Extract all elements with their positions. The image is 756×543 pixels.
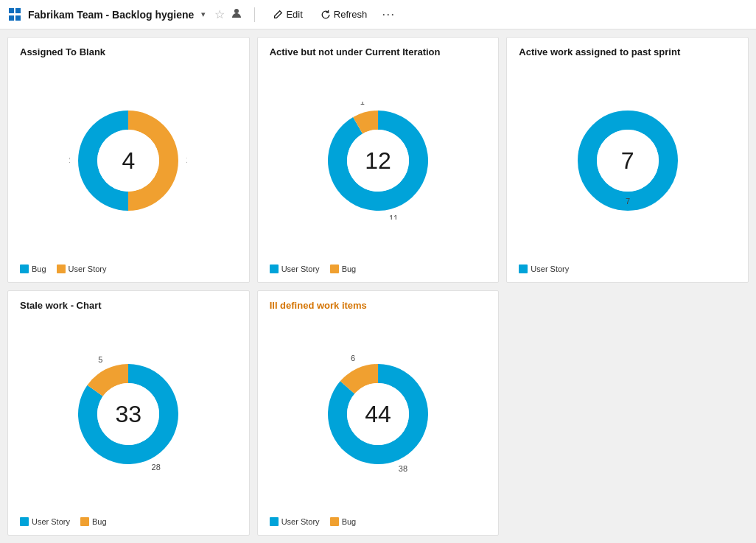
grid-icon (9, 8, 22, 21)
legend-label: User Story (69, 265, 107, 273)
card-ill-defined: Ill defined work items 386 44 User Story… (257, 290, 500, 536)
svg-text:11: 11 (389, 214, 398, 220)
legend-item: Bug (20, 265, 46, 273)
legend-label: Bug (92, 517, 107, 526)
separator (254, 7, 255, 22)
legend-label: Bug (342, 517, 357, 526)
empty-card (506, 290, 749, 536)
legend-color (57, 265, 66, 273)
card-stale-work: Stale work - Chart 285 33 User StoryBug (7, 290, 250, 536)
legend-color (20, 517, 29, 526)
legend-label: User Story (281, 265, 320, 273)
svg-text:28: 28 (152, 462, 161, 471)
card-title-active-past-sprint: Active work assigned to past sprint (519, 46, 736, 57)
legend-label: User Story (281, 517, 320, 526)
legend-assigned-to-blank: BugUser Story (20, 265, 237, 273)
legend-color (20, 265, 29, 273)
donut-stale-work[interactable]: 285 33 (69, 355, 187, 473)
legend-item: Bug (330, 265, 357, 273)
legend-item: Bug (330, 517, 357, 526)
legend-item: User Story (270, 265, 320, 273)
card-title-assigned-to-blank: Assigned To Blank (20, 46, 237, 57)
donut-total-stale-work: 33 (116, 400, 142, 427)
card-active-not-current: Active but not under Current Iteration 1… (257, 37, 500, 283)
svg-text:2: 2 (69, 155, 70, 164)
dashboard: Assigned To Blank 22 4 BugUser StoryActi… (0, 29, 756, 543)
star-icon[interactable]: ☆ (214, 7, 225, 21)
legend-color (270, 265, 279, 273)
edit-button[interactable]: Edit (267, 6, 308, 23)
svg-text:1: 1 (360, 102, 365, 106)
donut-assigned-to-blank[interactable]: 22 4 (69, 102, 187, 220)
chevron-down-icon[interactable]: ▾ (201, 10, 206, 19)
donut-total-active-past-sprint: 7 (621, 147, 634, 175)
legend-color (270, 517, 279, 526)
card-assigned-to-blank: Assigned To Blank 22 4 BugUser Story (7, 37, 250, 283)
legend-label: Bug (32, 265, 46, 273)
legend-active-not-current: User StoryBug (270, 265, 487, 273)
donut-ill-defined[interactable]: 386 44 (319, 355, 437, 473)
more-options-button[interactable]: ··· (382, 7, 395, 22)
legend-color (519, 265, 528, 273)
legend-active-past-sprint: User Story (519, 265, 736, 273)
refresh-button[interactable]: Refresh (315, 6, 374, 23)
legend-label: User Story (531, 265, 569, 273)
legend-item: User Story (519, 265, 569, 273)
legend-label: Bug (342, 265, 357, 273)
donut-active-not-current[interactable]: 111 12 (319, 102, 437, 220)
legend-item: User Story (20, 517, 70, 526)
card-title-active-not-current: Active but not under Current Iteration (270, 46, 487, 57)
donut-total-active-not-current: 12 (365, 147, 391, 175)
legend-color (80, 517, 89, 526)
chart-area-assigned-to-blank: 22 4 (20, 63, 237, 259)
person-icon[interactable] (231, 7, 242, 22)
legend-ill-defined: User StoryBug (270, 517, 487, 526)
legend-item: Bug (80, 517, 107, 526)
svg-text:2: 2 (186, 155, 187, 164)
card-active-past-sprint: Active work assigned to past sprint 7 7 … (506, 37, 749, 283)
chart-area-ill-defined: 386 44 (270, 317, 487, 512)
svg-text:5: 5 (99, 355, 103, 364)
legend-item: User Story (270, 517, 320, 526)
card-title-ill-defined: Ill defined work items (270, 300, 487, 311)
card-title-stale-work: Stale work - Chart (20, 300, 237, 311)
chart-area-stale-work: 285 33 (20, 317, 237, 512)
chart-area-active-past-sprint: 7 7 (519, 63, 736, 259)
legend-stale-work: User StoryBug (20, 517, 237, 526)
svg-text:6: 6 (351, 355, 355, 362)
donut-total-ill-defined: 44 (365, 400, 391, 427)
svg-text:38: 38 (399, 463, 407, 472)
donut-total-assigned-to-blank: 4 (122, 147, 135, 175)
page-title: Fabrikam Team - Backlog hygiene (28, 9, 194, 21)
header: Fabrikam Team - Backlog hygiene ▾ ☆ Edit… (0, 0, 756, 29)
legend-item: User Story (57, 265, 107, 273)
svg-text:7: 7 (626, 197, 630, 206)
donut-active-past-sprint[interactable]: 7 7 (569, 102, 687, 220)
chart-area-active-not-current: 111 12 (270, 63, 487, 259)
svg-point-0 (234, 9, 239, 13)
edit-icon (273, 10, 283, 20)
legend-color (330, 517, 339, 526)
refresh-icon (321, 10, 331, 20)
legend-color (330, 265, 339, 273)
legend-label: User Story (32, 517, 70, 526)
